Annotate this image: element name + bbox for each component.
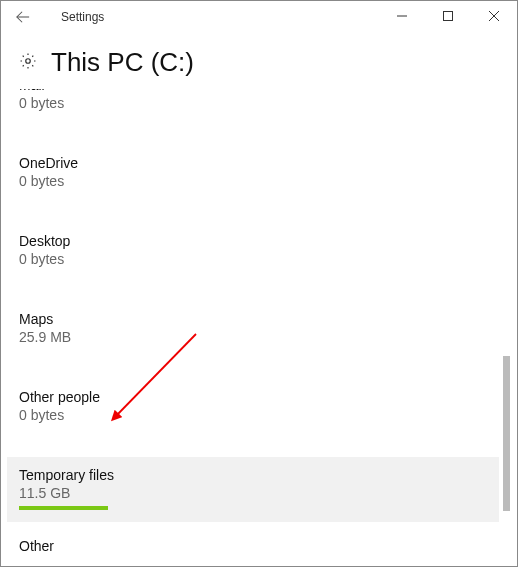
page-header: This PC (C:) bbox=[1, 33, 517, 86]
storage-item-temporary-files[interactable]: Temporary files 11.5 GB bbox=[7, 457, 499, 522]
svg-point-1 bbox=[26, 58, 31, 63]
scrollbar-thumb[interactable] bbox=[503, 356, 510, 511]
item-name: Other people bbox=[19, 389, 487, 405]
item-size: 0 bytes bbox=[19, 407, 487, 423]
item-size: 0 bytes bbox=[19, 95, 487, 111]
back-button[interactable] bbox=[9, 3, 37, 31]
usage-bar bbox=[19, 506, 487, 510]
maximize-button[interactable] bbox=[425, 1, 471, 31]
page-title: This PC (C:) bbox=[51, 47, 194, 78]
item-size: 0 bytes bbox=[19, 173, 487, 189]
window-title: Settings bbox=[61, 10, 104, 24]
storage-item-onedrive[interactable]: OneDrive 0 bytes bbox=[7, 145, 499, 201]
storage-item-maps[interactable]: Maps 25.9 MB bbox=[7, 301, 499, 357]
item-name: OneDrive bbox=[19, 155, 487, 171]
item-name: Other bbox=[19, 538, 487, 554]
titlebar: Settings bbox=[1, 1, 517, 33]
item-size: 421 MB bbox=[19, 556, 487, 558]
usage-bar-fill bbox=[19, 506, 108, 510]
item-name: Temporary files bbox=[19, 467, 487, 483]
storage-item-other[interactable]: Other 421 MB bbox=[7, 528, 499, 558]
close-button[interactable] bbox=[471, 1, 517, 31]
storage-item-mail[interactable]: Mail 0 bytes bbox=[7, 89, 499, 123]
content-area: Mail 0 bytes OneDrive 0 bytes Desktop 0 … bbox=[7, 89, 511, 558]
item-size: 25.9 MB bbox=[19, 329, 487, 345]
item-name: Desktop bbox=[19, 233, 487, 249]
storage-item-desktop[interactable]: Desktop 0 bytes bbox=[7, 223, 499, 279]
storage-item-other-people[interactable]: Other people 0 bytes bbox=[7, 379, 499, 435]
minimize-button[interactable] bbox=[379, 1, 425, 31]
item-size: 11.5 GB bbox=[19, 485, 487, 501]
item-name: Maps bbox=[19, 311, 487, 327]
svg-rect-0 bbox=[444, 12, 453, 21]
scrollbar[interactable] bbox=[503, 91, 510, 556]
item-name: Mail bbox=[19, 89, 487, 93]
item-size: 0 bytes bbox=[19, 251, 487, 267]
gear-icon bbox=[19, 52, 37, 74]
